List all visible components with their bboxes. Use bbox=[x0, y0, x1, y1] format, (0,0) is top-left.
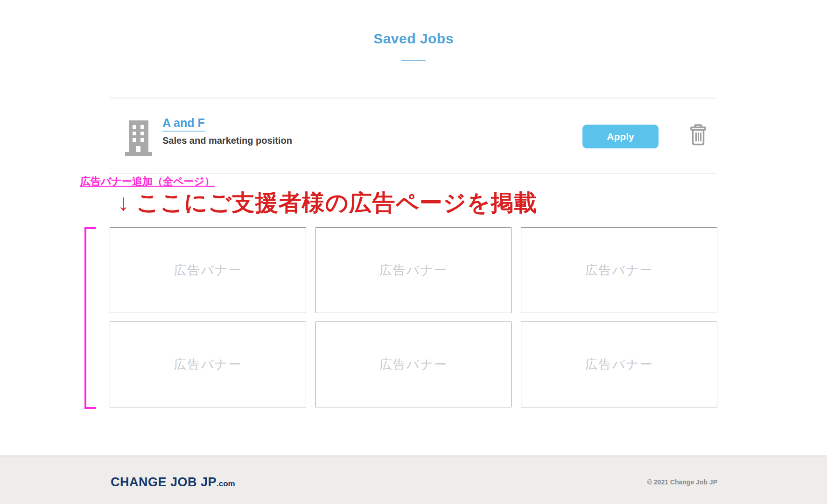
annotation-bracket bbox=[84, 227, 96, 409]
ad-banner-placeholder-label: 広告バナー bbox=[174, 356, 242, 373]
ad-banner-placeholder: 広告バナー bbox=[315, 322, 512, 407]
footer-logo[interactable]: CHANGE JOB JP.com bbox=[111, 475, 235, 490]
footer-copyright: © 2021 Change Job JP bbox=[647, 478, 717, 486]
add-banner-link[interactable]: 広告バナー追加（全ページ） bbox=[80, 175, 215, 189]
job-position: Sales and marketing position bbox=[162, 135, 292, 146]
ad-banner-placeholder: 広告バナー bbox=[521, 227, 717, 313]
job-company-link[interactable]: A and F bbox=[162, 116, 205, 132]
annotation-instruction: ↓ ここにご支援者様の広告ページを掲載 bbox=[118, 188, 537, 218]
footer-logo-main: CHANGE JOB JP bbox=[111, 475, 217, 489]
delete-job-button[interactable] bbox=[688, 123, 708, 147]
ad-banner-placeholder: 広告バナー bbox=[110, 322, 306, 407]
ad-banner-placeholder: 広告バナー bbox=[110, 227, 306, 313]
ad-banner-grid: 広告バナー 広告バナー 広告バナー 広告バナー 広告バナー 広告バナー bbox=[110, 227, 717, 407]
apply-button[interactable]: Apply bbox=[582, 125, 659, 148]
divider-top bbox=[110, 98, 717, 98]
divider-mid bbox=[110, 173, 717, 174]
ad-banner-placeholder-label: 広告バナー bbox=[379, 356, 448, 373]
ad-banner-placeholder-label: 広告バナー bbox=[585, 356, 653, 373]
building-icon bbox=[125, 120, 152, 158]
page-title: Saved Jobs bbox=[0, 31, 827, 47]
footer: CHANGE JOB JP.com © 2021 Change Job JP bbox=[0, 455, 827, 504]
ad-banner-placeholder: 広告バナー bbox=[315, 227, 512, 313]
footer-logo-suffix: .com bbox=[217, 479, 235, 488]
trash-icon bbox=[688, 141, 708, 148]
ad-banner-placeholder-label: 広告バナー bbox=[379, 262, 448, 279]
ad-banner-placeholder: 広告バナー bbox=[521, 322, 717, 407]
ad-banner-placeholder-label: 広告バナー bbox=[585, 262, 653, 279]
saved-jobs-page: Saved Jobs A and F Sales and marketing p… bbox=[0, 0, 827, 504]
title-underline bbox=[401, 60, 426, 61]
ad-banner-placeholder-label: 広告バナー bbox=[174, 262, 242, 279]
